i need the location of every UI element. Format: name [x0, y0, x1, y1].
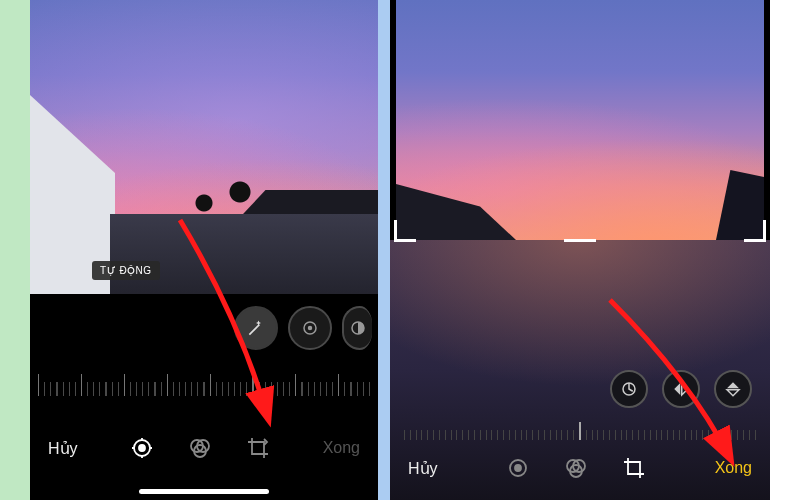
crop-frame[interactable] — [396, 0, 764, 240]
crop-icon — [622, 456, 646, 480]
bottom-toolbar: Hủy Xong — [30, 426, 378, 470]
contrast-icon — [349, 319, 367, 337]
svg-point-10 — [515, 465, 521, 471]
straighten-icon — [620, 380, 638, 398]
home-indicator[interactable] — [139, 489, 269, 494]
filters-icon — [188, 436, 212, 460]
done-button[interactable]: Xong — [715, 459, 752, 477]
crop-tab[interactable] — [621, 455, 647, 481]
crop-handle-br[interactable] — [744, 220, 766, 242]
photo-sky — [30, 0, 378, 300]
straighten-button[interactable] — [610, 370, 648, 408]
cancel-button[interactable]: Hủy — [408, 459, 438, 478]
svg-point-4 — [139, 445, 145, 451]
crop-handle-bl[interactable] — [394, 220, 416, 242]
svg-point-1 — [309, 327, 312, 330]
adjustment-ruler[interactable] — [38, 368, 370, 396]
photo-houses-row — [110, 214, 378, 300]
edit-panel: Hủy Xong — [30, 294, 378, 500]
adjust-tab[interactable] — [505, 455, 531, 481]
flip-vertical-button[interactable] — [714, 370, 752, 408]
phone-screenshot-right: Hủy Xong — [390, 0, 770, 500]
exposure-dial[interactable] — [288, 306, 332, 350]
adjust-tab[interactable] — [129, 435, 155, 461]
wand-icon — [246, 318, 266, 338]
auto-badge: TỰ ĐỘNG — [92, 261, 160, 280]
crop-icon — [246, 436, 270, 460]
page-gutter-right: Hủy Xong — [378, 0, 770, 500]
contrast-dial[interactable] — [342, 306, 372, 350]
flip-horizontal-icon — [672, 380, 690, 398]
flip-vertical-icon — [724, 380, 742, 398]
phone-screenshot-left: TỰ ĐỘNG Hủy — [30, 0, 378, 500]
filters-tab[interactable] — [563, 455, 589, 481]
flip-horizontal-button[interactable] — [662, 370, 700, 408]
adjustment-dials — [234, 306, 372, 350]
crop-handle-bottom[interactable] — [564, 239, 596, 242]
crop-tab[interactable] — [245, 435, 271, 461]
cancel-button[interactable]: Hủy — [48, 439, 78, 458]
bottom-toolbar: Hủy Xong — [390, 446, 770, 490]
page-gutter-left — [0, 0, 30, 500]
adjust-icon — [506, 456, 530, 480]
exposure-icon — [301, 319, 319, 337]
filters-icon — [564, 456, 588, 480]
adjust-icon — [130, 436, 154, 460]
straighten-ruler[interactable] — [404, 418, 756, 440]
transform-controls — [610, 370, 752, 408]
filters-tab[interactable] — [187, 435, 213, 461]
photo-sky — [396, 0, 764, 240]
wand-dial[interactable] — [234, 306, 278, 350]
done-button[interactable]: Xong — [323, 439, 360, 457]
